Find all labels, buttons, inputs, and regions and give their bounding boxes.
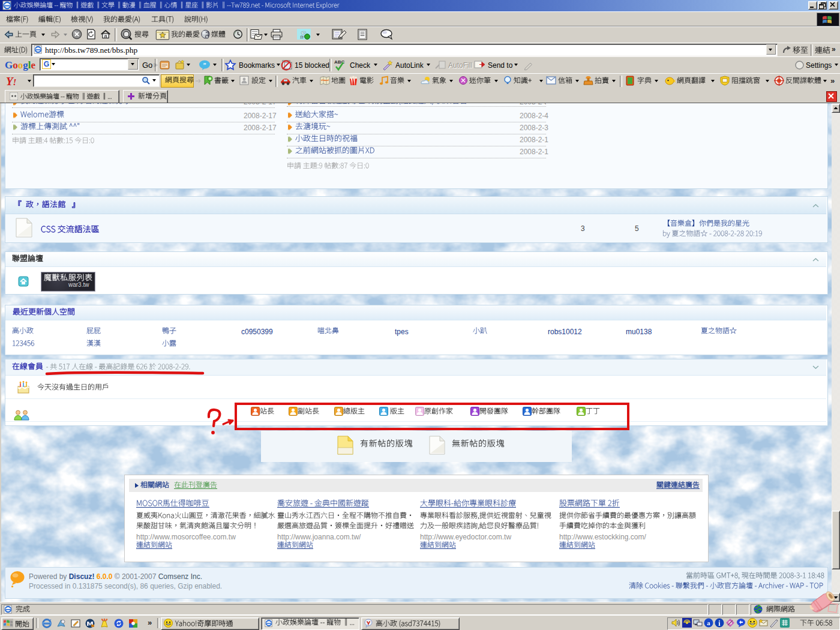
svg-text:a: a (707, 619, 710, 626)
svg-text:ABC: ABC (334, 59, 345, 65)
svg-text:13: 13 (300, 35, 304, 39)
svg-text:”: ” (203, 62, 206, 68)
